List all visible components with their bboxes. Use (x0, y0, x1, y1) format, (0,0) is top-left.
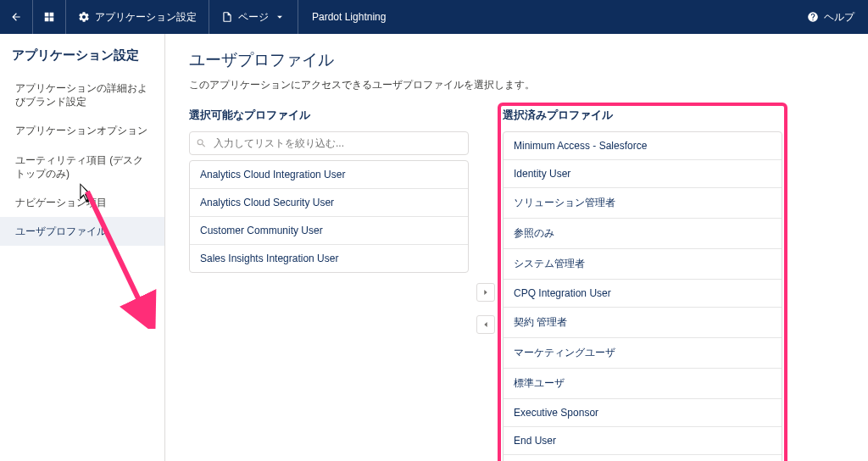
chevron-left-icon (481, 320, 490, 329)
app-title: Pardot Lightning (298, 11, 399, 23)
gear-icon (78, 11, 90, 23)
sidebar-heading: アプリケーション設定 (0, 44, 164, 74)
back-arrow-icon (10, 11, 22, 23)
svg-rect-1 (50, 13, 54, 17)
available-title: 選択可能なプロファイル (189, 108, 469, 123)
selected-column: 選択済みプロファイル Minimum Access - Salesforce I… (503, 108, 782, 461)
selected-list: Minimum Access - Salesforce Identity Use… (503, 131, 782, 461)
list-item[interactable]: 標準ユーザ (504, 369, 782, 399)
sidebar-item-app-details[interactable]: アプリケーションの詳細およびブランド設定 (0, 74, 164, 116)
list-item[interactable]: Analytics Cloud Security User (190, 189, 468, 217)
list-item[interactable]: 契約 管理者 (504, 308, 782, 338)
transfer-arrows (469, 108, 503, 461)
sidebar-item-utility-items[interactable]: ユーティリティ項目 (デスクトップのみ) (0, 146, 164, 188)
page-title: ユーザプロファイル (189, 49, 844, 71)
page-dropdown[interactable]: ページ (209, 0, 298, 34)
sidebar-item-app-options[interactable]: アプリケーションオプション (0, 116, 164, 145)
sidebar: アプリケーション設定 アプリケーションの詳細およびブランド設定 アプリケーション… (0, 34, 165, 461)
list-item[interactable]: CPQ Integration User (504, 280, 782, 308)
back-button[interactable] (0, 0, 33, 34)
search-input[interactable] (189, 131, 469, 155)
grid-icon (43, 11, 55, 23)
list-item[interactable]: B2BMA Integration User (504, 455, 782, 461)
list-item[interactable]: システム管理者 (504, 249, 782, 280)
svg-rect-2 (45, 18, 49, 22)
app-settings-label: アプリケーション設定 (95, 10, 197, 25)
svg-rect-3 (50, 18, 54, 22)
list-item[interactable]: Executive Sponsor (504, 399, 782, 427)
app-settings-button[interactable]: アプリケーション設定 (66, 0, 209, 34)
help-label: ヘルプ (824, 10, 854, 25)
list-item[interactable]: End User (504, 427, 782, 455)
help-button[interactable]: ヘルプ (793, 0, 868, 34)
help-icon (807, 11, 819, 23)
search-icon (196, 138, 207, 149)
top-bar: アプリケーション設定 ページ Pardot Lightning ヘルプ (0, 0, 868, 34)
chevron-right-icon (481, 288, 490, 297)
topbar-left: アプリケーション設定 ページ Pardot Lightning (0, 0, 399, 34)
list-item[interactable]: ソリューション管理者 (504, 188, 782, 219)
main-content: ユーザプロファイル このアプリケーションにアクセスできるユーザプロファイルを選択… (165, 34, 868, 461)
svg-rect-0 (45, 13, 49, 17)
move-left-button[interactable] (476, 315, 495, 334)
sidebar-item-user-profiles[interactable]: ユーザプロファイル (0, 217, 164, 246)
sidebar-item-navigation[interactable]: ナビゲーション項目 (0, 188, 164, 217)
page-label: ページ (238, 10, 269, 25)
list-item[interactable]: マーケティングユーザ (504, 338, 782, 369)
list-item[interactable]: 参照のみ (504, 219, 782, 249)
move-right-button[interactable] (476, 283, 495, 302)
list-item[interactable]: Analytics Cloud Integration User (190, 161, 468, 189)
selected-title: 選択済みプロファイル (503, 108, 782, 123)
list-item[interactable]: Sales Insights Integration User (190, 245, 468, 272)
list-item[interactable]: Identity User (504, 160, 782, 188)
chevron-down-icon (274, 11, 286, 23)
page-icon (221, 11, 233, 23)
grid-button[interactable] (33, 0, 66, 34)
dual-list: 選択可能なプロファイル Analytics Cloud Integration … (189, 108, 844, 461)
topbar-right: ヘルプ (793, 0, 868, 34)
list-item[interactable]: Customer Community User (190, 217, 468, 245)
available-list: Analytics Cloud Integration User Analyti… (189, 160, 469, 273)
list-item[interactable]: Minimum Access - Salesforce (504, 132, 782, 160)
available-column: 選択可能なプロファイル Analytics Cloud Integration … (189, 108, 469, 461)
main-container: アプリケーション設定 アプリケーションの詳細およびブランド設定 アプリケーション… (0, 34, 868, 461)
page-description: このアプリケーションにアクセスできるユーザプロファイルを選択します。 (189, 78, 844, 92)
